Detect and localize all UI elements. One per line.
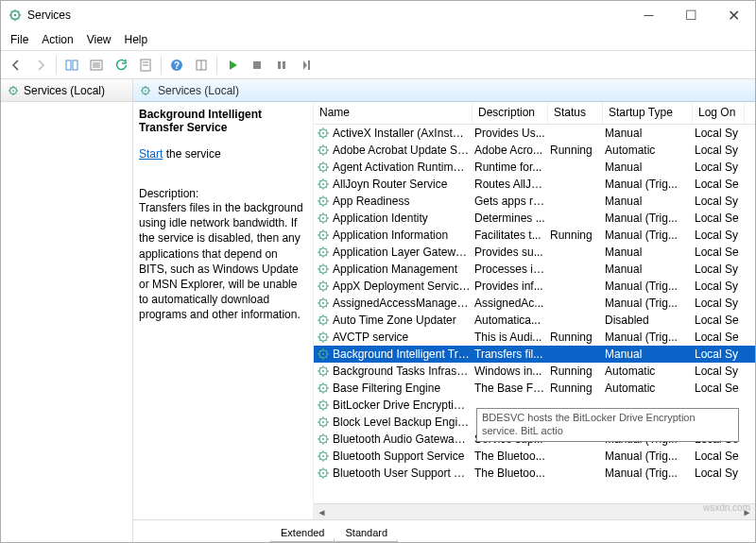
toolbar: ? (1, 51, 755, 79)
row-name: AssignedAccessManager Se... (333, 297, 474, 310)
stop-button[interactable] (246, 54, 268, 76)
menu-help[interactable]: Help (119, 31, 154, 48)
back-button[interactable] (5, 54, 27, 76)
col-description[interactable]: Description (472, 102, 548, 124)
svg-point-48 (322, 387, 324, 389)
service-row[interactable]: Application IdentityDetermines ...Manual… (314, 210, 755, 227)
gear-icon (316, 194, 331, 209)
description-label: Description: (139, 187, 305, 200)
refresh-button[interactable] (110, 54, 132, 76)
service-row[interactable]: Auto Time Zone UpdaterAutomatica...Disab… (314, 312, 755, 329)
services-icon (9, 8, 22, 22)
tree-root[interactable]: Services (Local) (1, 79, 132, 102)
svg-point-24 (322, 183, 324, 185)
titlebar: Services ─ ☐ ✕ (1, 1, 755, 29)
start-service-link[interactable]: Start (139, 147, 163, 161)
tooltip: BDESVC hosts the BitLocker Drive Encrypt… (476, 408, 739, 442)
service-row[interactable]: Application ManagementProcesses in...Man… (314, 261, 755, 278)
row-name: AppX Deployment Service (... (333, 280, 474, 293)
row-name: Bluetooth User Support Ser... (333, 467, 474, 480)
service-row[interactable]: ActiveX Installer (AxInstSV)Provides Us.… (314, 125, 755, 142)
row-desc: Automatica... (474, 314, 550, 327)
service-row[interactable]: Bluetooth Support ServiceThe Bluetoo...M… (314, 448, 755, 465)
row-desc: Facilitates t... (474, 229, 550, 242)
row-desc: This is Audi... (474, 331, 550, 344)
service-row[interactable]: Bluetooth User Support Ser...The Bluetoo… (314, 465, 755, 482)
row-logon: Local Sy (695, 280, 747, 293)
scroll-left-icon[interactable]: ◄ (314, 504, 330, 519)
row-name: Bluetooth Audio Gateway S... (333, 433, 474, 446)
svg-point-50 (322, 404, 324, 406)
svg-point-44 (322, 353, 324, 355)
maximize-button[interactable]: ☐ (670, 1, 713, 29)
gear-icon (316, 211, 331, 226)
row-logon: Local Sy (695, 161, 747, 174)
service-row[interactable]: Application Layer Gateway ...Provides su… (314, 244, 755, 261)
gear-icon (316, 143, 331, 158)
service-row[interactable]: Agent Activation Runtime_...Runtime for.… (314, 159, 755, 176)
svg-point-1 (14, 14, 17, 17)
col-logon[interactable]: Log On (693, 102, 745, 124)
row-status: Running (550, 365, 605, 378)
restart-button[interactable] (295, 54, 318, 76)
window-title: Services (27, 8, 627, 22)
start-button[interactable] (221, 54, 244, 76)
horizontal-scrollbar[interactable]: ◄ ► (314, 503, 755, 519)
col-startup[interactable]: Startup Type (603, 102, 693, 124)
svg-point-46 (322, 370, 324, 372)
row-name: Adobe Acrobat Update Serv... (333, 144, 474, 157)
service-row[interactable]: App ReadinessGets apps re...ManualLocal … (314, 193, 755, 210)
forward-button[interactable] (29, 54, 52, 76)
row-logon: Local Sy (695, 229, 747, 242)
service-row[interactable]: Base Filtering EngineThe Base Fil...Runn… (314, 380, 755, 397)
gear-icon (139, 84, 152, 97)
service-row[interactable]: AVCTP serviceThis is Audi...RunningManua… (314, 329, 755, 346)
properties-button[interactable] (134, 54, 157, 76)
gear-icon (316, 279, 331, 294)
service-row[interactable]: Adobe Acrobat Update Serv...Adobe Acro..… (314, 142, 755, 159)
menu-action[interactable]: Action (36, 31, 78, 48)
menu-view[interactable]: View (81, 31, 117, 48)
row-name: BitLocker Drive Encryption ... (333, 399, 474, 412)
menu-file[interactable]: File (5, 31, 34, 48)
row-logon: Local Se (695, 212, 747, 225)
svg-point-14 (12, 90, 14, 92)
svg-point-16 (145, 90, 146, 92)
pause-button[interactable] (270, 54, 293, 76)
row-desc: Adobe Acro... (474, 144, 550, 157)
row-logon: Local Sy (695, 195, 747, 208)
action-button[interactable] (190, 54, 213, 76)
row-logon: Local Sy (695, 144, 747, 157)
watermark: wsxdn.com (703, 502, 750, 513)
service-row[interactable]: Background Intelligent Tran...Transfers … (314, 346, 755, 363)
close-button[interactable]: ✕ (713, 1, 755, 29)
svg-rect-3 (73, 60, 77, 70)
row-startup: Manual (Trig... (605, 467, 695, 480)
row-status: Running (550, 229, 605, 242)
row-startup: Manual (Trig... (605, 212, 695, 225)
service-row[interactable]: Application InformationFacilitates t...R… (314, 227, 755, 244)
service-row[interactable]: AllJoyn Router ServiceRoutes AllJo...Man… (314, 176, 755, 193)
tree-root-label: Services (Local) (24, 84, 105, 97)
row-desc: The Bluetoo... (474, 467, 550, 480)
gear-icon (316, 177, 331, 192)
gear-icon (316, 415, 331, 430)
help-button[interactable]: ? (165, 54, 188, 76)
minimize-button[interactable]: ─ (627, 1, 670, 29)
show-hide-tree-button[interactable] (60, 54, 83, 76)
col-status[interactable]: Status (548, 102, 603, 124)
list-header-title: Services (Local) (158, 84, 239, 97)
row-startup: Manual (Trig... (605, 280, 695, 293)
col-name[interactable]: Name (314, 102, 472, 124)
row-startup: Manual (605, 246, 695, 259)
service-row[interactable]: AppX Deployment Service (...Provides inf… (314, 278, 755, 295)
svg-rect-11 (283, 61, 285, 69)
service-row[interactable]: Background Tasks Infrastruc...Windows in… (314, 363, 755, 380)
row-startup: Automatic (605, 144, 695, 157)
tab-standard[interactable]: Standard (335, 524, 398, 542)
export-list-button[interactable] (85, 54, 108, 76)
tab-extended[interactable]: Extended (270, 524, 335, 542)
svg-point-32 (322, 251, 324, 253)
row-desc: Transfers fil... (474, 348, 550, 361)
service-row[interactable]: AssignedAccessManager Se...AssignedAc...… (314, 295, 755, 312)
